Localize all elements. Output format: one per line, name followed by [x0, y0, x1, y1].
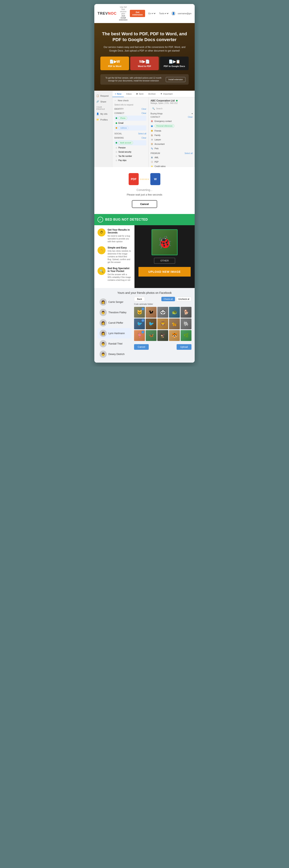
fb-bottom-bar: Cancel Upload	[134, 342, 192, 352]
sidebar-item-share[interactable]: 🔗 Share	[94, 99, 112, 104]
chevron-2: ›	[142, 177, 143, 181]
friend-dewey[interactable]: 👨 Dewey Dietrich	[97, 349, 132, 360]
identity-clear-button[interactable]: Clear	[142, 108, 146, 110]
back-arrow[interactable]: ←	[114, 99, 117, 102]
photos-actions: Check all Uncheck al	[161, 297, 192, 301]
friend-carrie[interactable]: 👩 Carrie Senger	[97, 297, 132, 307]
photo-11-check: ✓	[142, 331, 144, 334]
search-bar[interactable]: 🔍 Search	[150, 106, 193, 111]
converting-section: PDF › › › › › › W Converting... Please w…	[94, 167, 195, 214]
check-all-button[interactable]: Check all	[161, 297, 175, 301]
tab-important[interactable]: ★ Important	[158, 91, 175, 97]
sidebar-item-myinfo[interactable]: 👤 My info	[94, 111, 112, 117]
cancel-fb-button[interactable]: Cancel	[134, 344, 149, 350]
premium-pep[interactable]: 📋 PEP	[150, 160, 193, 164]
contact-lawyer[interactable]: ⚖ Lawyer	[150, 137, 193, 142]
friend-randall[interactable]: 👨 Randall Thiel	[97, 339, 132, 349]
contact-friends[interactable]: 😊 Friends	[150, 129, 193, 133]
tools-selector[interactable]: Tools ▾	[158, 12, 169, 15]
converting-text: Converting...	[137, 188, 152, 191]
photo-5[interactable]: 🐕	[181, 307, 192, 318]
back-button[interactable]: Back	[134, 297, 145, 301]
word-to-pdf-button[interactable]: W▶📄 Word to PDF	[130, 57, 159, 70]
banking-bankaccount-item[interactable]: Bank account	[114, 140, 146, 146]
nav-right: En ▾ Tools ▾ 👤 username@gm	[147, 11, 192, 16]
photo-2[interactable]: 🐿	[146, 307, 156, 318]
folder-name: Cute animals folder	[134, 303, 192, 305]
uncheck-all-button[interactable]: Uncheck al	[176, 297, 192, 301]
contact-clear[interactable]: Clear	[188, 116, 193, 118]
connect-email-item[interactable]: Email	[114, 121, 146, 125]
phone-dot	[116, 117, 117, 119]
hero-title: The best Word to PDF, PDF to Word, and P…	[100, 31, 189, 42]
premium-select-all[interactable]: Select all	[184, 152, 193, 154]
photo-8[interactable]: 🦁	[157, 318, 168, 329]
connect-clear-button[interactable]: Clear	[142, 112, 146, 114]
social-select-all[interactable]: Select all	[138, 132, 146, 135]
contact-accountant[interactable]: 🧮 Accountant	[150, 142, 193, 146]
contact-family[interactable]: 🏠 Family	[150, 133, 193, 137]
banking-pension-item[interactable]: Pension	[114, 146, 146, 150]
upload-new-image-button[interactable]: UPLOAD NEW IMAGE	[139, 267, 191, 277]
friend-carroll[interactable]: 👩 Carroll Pfeffer	[97, 318, 132, 328]
photo-12[interactable]: 🦋	[146, 330, 156, 341]
contact-pets[interactable]: 🐾 Pets	[150, 146, 193, 151]
chevron-1: ›	[140, 177, 141, 181]
contact-section: CONTACT Clear 🚨 Emergency contact 👥 Pers…	[150, 116, 193, 151]
upload-fb-button[interactable]: Upload	[177, 344, 192, 350]
sidebar-item-request[interactable]: 📋 Request	[94, 93, 112, 99]
photo-11[interactable]: 🦩 ✓	[134, 330, 145, 341]
tab-sent[interactable]: ▶ Sent	[134, 91, 146, 97]
banking-tax-item[interactable]: Tax file number	[114, 154, 146, 158]
photo-1[interactable]: 🐱 ✓	[134, 307, 145, 318]
facebook-photos-section: Yours and your friends photos on Faceboo…	[94, 288, 195, 363]
photo-7[interactable]: 🐦	[146, 318, 156, 329]
pdf-to-gdocs-button[interactable]: 📄▶📋 PDF to Google Docs	[160, 57, 189, 70]
photo-10[interactable]: 🐘	[181, 318, 192, 329]
pension-dot	[116, 147, 117, 149]
connect-address-item[interactable]: Address	[114, 125, 146, 130]
photo-3[interactable]: 🐼	[157, 307, 168, 318]
converter-buttons: 📄▶W PDF to Word W▶📄 Word to PDF 📄▶📋 PDF …	[100, 57, 189, 70]
banking-clear-button[interactable]: Clear	[142, 137, 146, 139]
banking-payslips-item[interactable]: Pay slips	[114, 158, 146, 162]
connect-section: CONNECT Clear Phone Email	[114, 112, 146, 130]
premium-aml[interactable]: 🏦 AML	[150, 155, 193, 160]
pdf-file-icon: PDF	[128, 173, 139, 185]
feature-1: ⏱ Get Your Results in Seconds No need to…	[97, 228, 131, 243]
photo-grid: 🐱 ✓ 🐿 🐼 🐢 🐕	[134, 307, 192, 341]
pdf-to-word-button[interactable]: 📄▶W PDF to Word	[100, 57, 129, 70]
friend-lynn[interactable]: 👩 Lynn Hartmann	[97, 328, 132, 339]
contact-personal-refs[interactable]: 👥 Personal references	[150, 123, 193, 129]
premium-credit[interactable]: ⭐ Credit rating	[150, 164, 193, 167]
photo-13[interactable]: 🦅	[157, 330, 168, 341]
photo-4[interactable]: 🐢	[169, 307, 180, 318]
install-extension-button[interactable]: Install extension	[166, 77, 185, 82]
photo-9[interactable]: 🐆	[169, 318, 180, 329]
photos-panel: Back Check all Uncheck al Cute animals f…	[134, 297, 192, 360]
bedbug-result: 🐞 OTHER UPLOAD NEW IMAGE	[135, 225, 195, 288]
category-selector[interactable]: Buying things ▾	[150, 113, 193, 115]
emergency-icon: 🚨	[150, 120, 153, 123]
chevron-4: ›	[145, 177, 146, 181]
word-pdf-icon: W▶📄	[139, 59, 150, 64]
tab-archive[interactable]: Archive	[146, 91, 158, 97]
username-label: username@gm	[178, 12, 192, 14]
connect-phone-item[interactable]: Phone	[114, 116, 146, 121]
tab-new[interactable]: + New	[112, 91, 124, 97]
friend-theodore[interactable]: 👨 Theodore Flatley	[97, 307, 132, 318]
photo-6[interactable]: 🐦 ✓	[134, 318, 145, 329]
personal-ref-icon: 👥	[150, 125, 153, 127]
language-selector[interactable]: En ▾	[147, 12, 156, 15]
photo-14[interactable]: 🐯	[169, 330, 180, 341]
get-extension-button[interactable]: Get extension	[130, 10, 145, 17]
contact-emergency[interactable]: 🚨 Emergency contact	[150, 119, 193, 123]
cancel-button[interactable]: Cancel	[132, 200, 157, 208]
feature-3-desc: Get the answer with a 90% reliability if…	[108, 273, 131, 282]
tab-inbox[interactable]: Inbox	[124, 91, 134, 97]
ladybug-image: 🐞	[151, 229, 178, 255]
sidebar-item-profiles[interactable]: 📁 Profiles	[94, 117, 112, 123]
photo-15[interactable]: 🌿	[181, 330, 192, 341]
feature-1-desc: No need to wait for a bug specialist to …	[108, 235, 131, 243]
banking-social-security-item[interactable]: Social security	[114, 150, 146, 154]
